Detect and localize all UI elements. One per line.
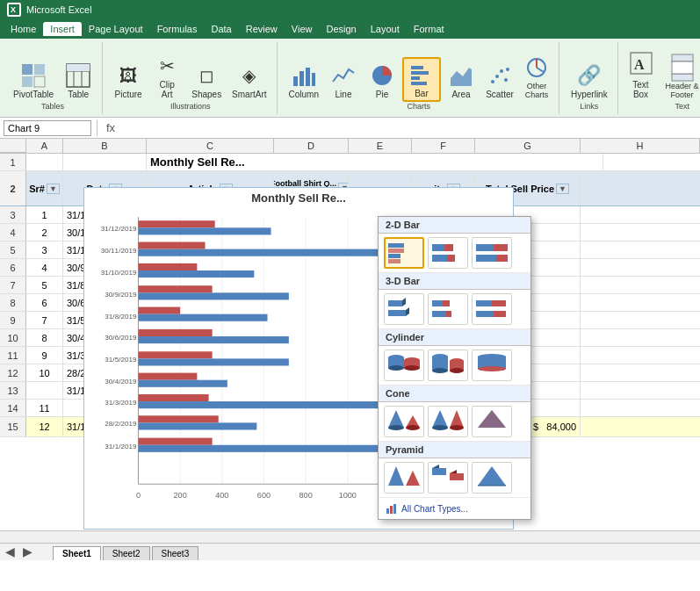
area-chart-button[interactable]: Area [443,59,480,102]
sr-8[interactable]: 6 [26,294,63,311]
cell-c1[interactable]: Monthly Sell Re... [147,154,603,170]
menu-view[interactable]: View [285,22,320,36]
header-footer-button[interactable]: Header & Footer [658,51,700,102]
svg-text:1000: 1000 [339,491,357,500]
svg-rect-18 [411,76,420,80]
svg-rect-95 [448,255,455,262]
sr-11[interactable]: 9 [26,347,63,364]
menu-formulas[interactable]: Formulas [150,22,205,36]
pivot-table-button[interactable]: PivotTable [9,59,58,102]
clip-art-label: Clip Art [153,80,181,99]
sheet-tab-2[interactable]: Sheet2 [103,546,150,560]
svg-marker-103 [406,307,409,316]
ribbon: PivotTable Table Tables 🖼 Picture ✂ Clip… [0,39,700,118]
text-buttons: A Text Box Header & Footer A Word Art [625,44,700,102]
smart-art-button[interactable]: ◈ SmartArt [227,59,271,102]
col-header-c: C [147,139,274,153]
row-num-2: 2 [0,171,26,205]
cell-a1[interactable] [26,154,63,170]
bar-chart-icon [408,61,436,89]
chart-icon-2d-bar-full-stacked[interactable] [472,237,512,269]
sr-4[interactable]: 2 [26,224,63,241]
chart-icon-2d-bar-clustered[interactable] [384,237,424,269]
bar-chart-button[interactable]: Bar [402,57,441,102]
filter-total[interactable]: ▼ [556,184,569,194]
table-icon [64,61,92,90]
all-chart-types-link[interactable]: All Chart Types... [379,498,530,519]
cell-a2[interactable]: Sr# ▼ [26,171,63,205]
formula-input[interactable] [122,123,696,133]
menu-home[interactable]: Home [4,22,43,36]
chart-icon-pyramid-3[interactable] [472,462,512,494]
picture-button[interactable]: 🖼 Picture [110,59,147,102]
ribbon-group-links: 🔗 Hyperlink Links [561,42,618,114]
chart-icon-cylinder-2[interactable] [428,350,468,381]
sr-6[interactable]: 4 [26,259,63,276]
sr-14[interactable]: 11 [26,400,63,416]
other-charts-button[interactable]: Other Charts [520,51,553,102]
column-chart-icon [290,61,318,90]
prev-sheet-button[interactable]: ◀ [2,544,18,559]
pie-chart-button[interactable]: Pie [364,59,401,102]
chart-icon-2d-bar-stacked[interactable] [428,237,468,269]
svg-text:800: 800 [299,491,313,500]
shapes-button[interactable]: ◻ Shapes [187,59,226,102]
sheet-tab-1[interactable]: Sheet1 [53,546,101,560]
hyperlink-button[interactable]: 🔗 Hyperlink [566,59,612,102]
name-box[interactable]: Chart 9 [4,120,91,136]
menu-format[interactable]: Format [407,22,451,36]
clip-art-button[interactable]: ✂ Clip Art [148,49,185,102]
col-header-h: H [581,139,700,153]
svg-rect-4 [22,76,32,87]
chart-icon-cone-3[interactable] [472,406,512,437]
next-sheet-button[interactable]: ▶ [19,544,36,559]
svg-text:31/3/2019: 31/3/2019 [105,399,137,407]
text-box-label: Text Box [630,80,653,99]
picture-label: Picture [115,90,142,99]
svg-rect-146 [390,506,393,514]
svg-point-25 [506,68,509,71]
sr-7[interactable]: 5 [26,277,63,293]
chart-icon-pyramid-1[interactable] [384,462,424,494]
chart-icon-cylinder-1[interactable] [384,350,424,381]
chart-icon-pyramid-2[interactable] [428,462,468,494]
rn-10: 10 [0,329,26,346]
chart-icon-3d-bar-3[interactable] [472,293,512,325]
sr-15[interactable]: 12 [26,417,63,436]
sr-9[interactable]: 7 [26,312,63,328]
svg-rect-74 [138,380,227,387]
table-button[interactable]: Table [60,59,97,102]
text-box-button[interactable]: A Text Box [625,49,657,102]
chart-icon-cylinder-3[interactable] [472,350,512,381]
svg-text:30/11/2019: 30/11/2019 [101,247,137,255]
menu-data[interactable]: Data [204,22,238,36]
filter-sr[interactable]: ▼ [47,184,60,194]
illustrations-buttons: 🖼 Picture ✂ Clip Art ◻ Shapes ◈ SmartArt [110,44,271,102]
sr-10[interactable]: 8 [26,329,63,346]
sr-12[interactable]: 10 [26,364,63,381]
column-chart-button[interactable]: Column [285,59,323,102]
menu-layout[interactable]: Layout [364,22,407,36]
chart-icon-cone-2[interactable] [428,406,468,437]
menu-page-layout[interactable]: Page Layout [82,22,150,36]
cell-b1[interactable] [63,154,147,170]
sheet-tabs: ◀ ▶ Sheet1 Sheet2 Sheet3 [0,543,700,560]
scatter-chart-button[interactable]: Scatter [481,59,518,102]
column-headers: A B C D E F G H [0,139,700,154]
svg-rect-98 [476,255,497,262]
chart-icon-3d-bar-1[interactable] [384,293,424,325]
sheet-tab-3[interactable]: Sheet3 [152,546,199,560]
formula-separator [97,120,97,136]
line-chart-button[interactable]: Line [325,59,362,102]
menu-design[interactable]: Design [319,22,363,36]
menu-insert[interactable]: Insert [43,22,82,36]
svg-rect-89 [388,249,404,253]
horizontal-scrollbar[interactable] [0,530,700,543]
sr-3[interactable]: 1 [26,206,63,223]
chart-icon-3d-bar-2[interactable] [428,293,468,325]
sr-5[interactable]: 3 [26,241,63,258]
chart-icon-cone-1[interactable] [384,406,424,437]
svg-rect-96 [476,244,494,251]
menu-review[interactable]: Review [239,22,285,36]
sr-13[interactable] [26,382,63,399]
